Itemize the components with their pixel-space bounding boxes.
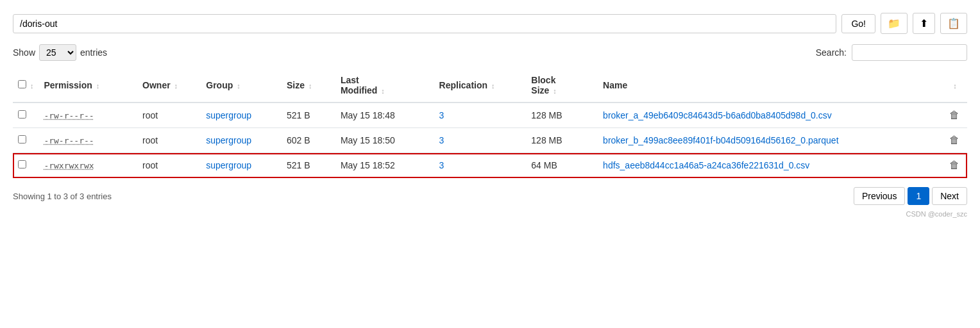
- row-permission: -rwxrwxrwx: [38, 153, 137, 178]
- col-header-replication: Replication ↕: [434, 69, 527, 102]
- row-replication: 3: [434, 102, 527, 128]
- row-size: 521 B: [282, 102, 335, 128]
- list-button[interactable]: 📋: [940, 13, 967, 34]
- col-header-owner: Owner ↕: [137, 69, 201, 102]
- row-block-size: 128 MB: [526, 128, 598, 153]
- file-link-1[interactable]: broker_b_499ac8ee89f401f-b04d509164d5616…: [603, 135, 838, 145]
- sort-icon-checkbox: ↕: [30, 82, 34, 90]
- entries-label: entries: [80, 47, 107, 58]
- sort-icon-group[interactable]: ↕: [237, 82, 241, 90]
- row-owner: root: [137, 128, 201, 153]
- sort-icon-size[interactable]: ↕: [308, 82, 312, 90]
- group-link-2[interactable]: supergroup: [206, 160, 251, 170]
- row-size: 602 B: [282, 128, 335, 153]
- pagination: Previous 1 Next: [854, 187, 967, 205]
- col-header-permission: Permission ↕: [38, 69, 137, 102]
- group-link-1[interactable]: supergroup: [206, 135, 251, 145]
- search-row: Search:: [816, 44, 967, 61]
- col-header-block-size: BlockSize ↕: [526, 69, 598, 102]
- row-block-size: 64 MB: [526, 153, 598, 178]
- row-group: supergroup: [201, 128, 282, 153]
- page-1-button[interactable]: 1: [908, 187, 929, 205]
- row-last-modified: May 15 18:50: [335, 128, 434, 153]
- row-action-cell: 🗑: [942, 153, 967, 178]
- select-all-checkbox[interactable]: [18, 80, 26, 88]
- replication-link-1[interactable]: 3: [439, 135, 444, 145]
- sort-icon-blocksize[interactable]: ↕: [553, 87, 557, 95]
- row-action-cell: 🗑: [942, 102, 967, 128]
- showing-text: Showing 1 to 3 of 3 entries: [13, 192, 112, 201]
- folder-button[interactable]: 📁: [881, 13, 908, 34]
- go-button[interactable]: Go!: [841, 14, 875, 33]
- row-checkbox-0[interactable]: [18, 110, 26, 119]
- sort-icon-action: ↕: [953, 82, 957, 90]
- controls-row: Show 10 25 50 100 entries Search:: [13, 44, 967, 61]
- group-link-0[interactable]: supergroup: [206, 110, 251, 120]
- row-checkbox-cell: [13, 102, 38, 128]
- search-label: Search:: [816, 47, 847, 58]
- next-button[interactable]: Next: [932, 187, 967, 205]
- sort-icon-modified[interactable]: ↕: [381, 87, 385, 95]
- entries-select[interactable]: 10 25 50 100: [39, 44, 76, 61]
- row-replication: 3: [434, 153, 527, 178]
- sort-icon-owner[interactable]: ↕: [174, 82, 178, 90]
- table-row: -rwxrwxrwx root supergroup 521 B May 15 …: [13, 153, 967, 178]
- path-input[interactable]: [13, 14, 836, 33]
- col-header-group: Group ↕: [201, 69, 282, 102]
- row-last-modified: May 15 18:48: [335, 102, 434, 128]
- delete-button-1[interactable]: 🗑: [949, 135, 959, 146]
- delete-button-0[interactable]: 🗑: [949, 110, 959, 121]
- block-size-label: BlockSize: [531, 75, 555, 95]
- row-owner: root: [137, 102, 201, 128]
- table-header-row: ↕ Permission ↕ Owner ↕ Group ↕ Size ↕ La…: [13, 69, 967, 102]
- col-header-checkbox: ↕: [13, 69, 38, 102]
- row-checkbox-cell: [13, 128, 38, 153]
- file-link-0[interactable]: broker_a_49eb6409c84643d5-b6a6d0ba8405d9…: [603, 110, 832, 120]
- row-name: hdfs_aeeb8d44cc1a46a5-a24ca36fe221631d_0…: [598, 153, 942, 178]
- attribution: CSDN @coder_szc: [13, 210, 967, 218]
- upload-button[interactable]: ⬆: [913, 13, 935, 34]
- search-input[interactable]: [852, 44, 967, 61]
- row-permission: -rw-r--r--: [38, 102, 137, 128]
- row-group: supergroup: [201, 102, 282, 128]
- row-name: broker_a_49eb6409c84643d5-b6a6d0ba8405d9…: [598, 102, 942, 128]
- row-permission: -rw-r--r--: [38, 128, 137, 153]
- col-header-size: Size ↕: [282, 69, 335, 102]
- row-owner: root: [137, 153, 201, 178]
- table-row: -rw-r--r-- root supergroup 521 B May 15 …: [13, 102, 967, 128]
- file-table: ↕ Permission ↕ Owner ↕ Group ↕ Size ↕ La…: [13, 69, 967, 178]
- row-name: broker_b_499ac8ee89f401f-b04d509164d5616…: [598, 128, 942, 153]
- row-checkbox-cell: [13, 153, 38, 178]
- row-group: supergroup: [201, 153, 282, 178]
- show-label: Show: [13, 47, 35, 58]
- row-action-cell: 🗑: [942, 128, 967, 153]
- row-last-modified: May 15 18:52: [335, 153, 434, 178]
- col-header-action: ↕: [942, 69, 967, 102]
- replication-link-0[interactable]: 3: [439, 110, 444, 120]
- last-modified-label: LastModified: [341, 75, 378, 95]
- file-link-2[interactable]: hdfs_aeeb8d44cc1a46a5-a24ca36fe221631d_0…: [603, 160, 809, 170]
- table-row: -rw-r--r-- root supergroup 602 B May 15 …: [13, 128, 967, 153]
- top-bar: Go! 📁 ⬆ 📋: [13, 13, 967, 34]
- row-checkbox-2[interactable]: [18, 160, 26, 168]
- sort-icon-permission[interactable]: ↕: [96, 82, 100, 90]
- row-replication: 3: [434, 128, 527, 153]
- show-entries: Show 10 25 50 100 entries: [13, 44, 107, 61]
- row-block-size: 128 MB: [526, 102, 598, 128]
- col-header-last-modified: LastModified ↕: [335, 69, 434, 102]
- col-header-name: Name: [598, 69, 942, 102]
- row-checkbox-1[interactable]: [18, 135, 26, 144]
- row-size: 521 B: [282, 153, 335, 178]
- footer-row: Showing 1 to 3 of 3 entries Previous 1 N…: [13, 187, 967, 205]
- replication-link-2[interactable]: 3: [439, 160, 444, 170]
- delete-button-2[interactable]: 🗑: [949, 160, 959, 171]
- sort-icon-replication[interactable]: ↕: [491, 82, 495, 90]
- previous-button[interactable]: Previous: [854, 187, 905, 205]
